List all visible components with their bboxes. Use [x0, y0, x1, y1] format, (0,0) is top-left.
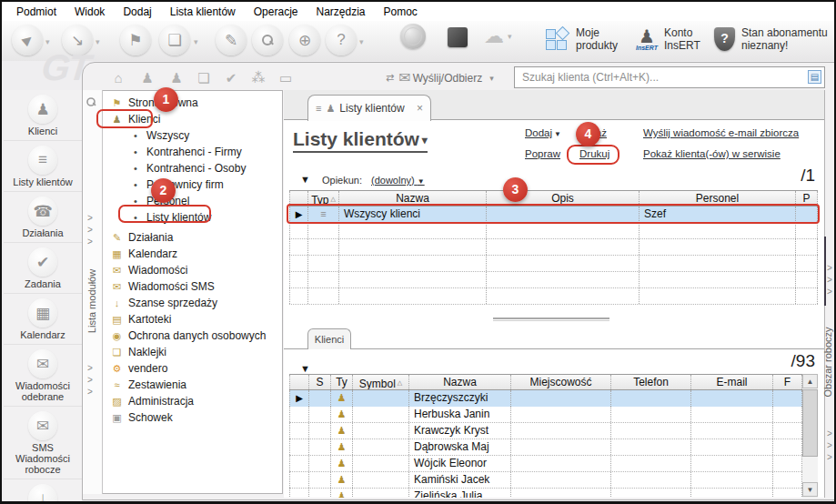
sidebar-item-wiadomosci-odebrane[interactable]: ✉ Wiadomości odebrane — [4, 345, 82, 407]
new-document-dropdown[interactable]: ▾ — [194, 37, 198, 46]
page-title[interactable]: Listy klientów▾ — [293, 128, 428, 153]
popraw-link[interactable]: Popraw — [525, 148, 560, 159]
menu-narzedzia[interactable]: Narzędzia — [307, 4, 374, 20]
menu-lista-klientow[interactable]: Lista klientów — [161, 4, 245, 20]
client-lists-icon: ≡ — [28, 146, 57, 175]
email-zbiorcza-link[interactable]: Wyślij wiadomość e-mail zbiorcza — [643, 127, 799, 138]
tree-item-schowek[interactable]: ▣Schowek — [105, 409, 282, 426]
tree-item-wiadomosci[interactable]: ✉Wiadomości — [105, 262, 282, 278]
new-document-icon[interactable]: ❏ — [159, 25, 190, 55]
tree-item-pracownicy-firm[interactable]: •Pracownicy firm — [105, 176, 282, 193]
sidebar-item-zadania[interactable]: ✔ Zadania — [4, 243, 82, 294]
sidebar-item-kalendarz[interactable]: ▦ Kalendarz — [4, 294, 82, 345]
tree-item-kartoteki[interactable]: ▤Kartoteki — [105, 311, 282, 328]
tree-item-wszyscy[interactable]: •Wszyscy — [105, 127, 282, 144]
scrollbar-thumb[interactable] — [802, 389, 818, 457]
client-search: ▤ — [514, 66, 825, 88]
annotation-box-selected-row — [287, 204, 820, 224]
cloud-dropdown[interactable]: ▾ — [508, 32, 512, 41]
tab-klienci-bottom[interactable]: Klienci — [307, 328, 351, 349]
tree-item-kontrahenci-firmy[interactable]: •Kontrahenci - Firmy — [105, 144, 282, 160]
client-row[interactable]: ♟ Wójcik Eleonor — [289, 456, 802, 472]
sales-opportunities-icon: ↓ — [28, 484, 57, 504]
tree-item-kalendarz[interactable]: ▦Kalendarz — [105, 246, 282, 262]
tree-item-ochrona-danych[interactable]: ◉Ochrona danych osobowych — [105, 328, 282, 344]
cloud-button[interactable]: ☁ ▾ — [484, 26, 512, 46]
tree-search-icon[interactable] — [86, 95, 96, 111]
title-dropdown-icon[interactable]: ▾ — [422, 134, 428, 146]
clients-table-header[interactable]: S Ty Symbol△ Nazwa Miejscowość Telefon E… — [289, 374, 802, 390]
konto-insert-label: Konto InsERT — [664, 26, 705, 52]
cloud-icon: ☁ — [484, 26, 504, 46]
sidebar-item-sms-robocze[interactable]: ✉ SMS Wiadomości robocze — [4, 407, 82, 479]
tree-item-wiadomosci-sms[interactable]: ✉Wiadomości SMS — [105, 278, 282, 295]
module-list-strip-label: Lista modułów — [86, 251, 97, 351]
swap-arrows-icon: ⇄ — [386, 72, 394, 84]
client-row[interactable]: ♟ Herbuska Janin — [289, 407, 802, 423]
tree-item-kontrahenci-osoby[interactable]: •Kontrahenci - Osoby — [105, 160, 282, 176]
tree-item-administracja[interactable]: ▨Administracja — [105, 393, 282, 409]
opiekun-value[interactable]: (dowolny) ▼ — [371, 175, 425, 186]
client-row[interactable]: ▶ ♟ Brzęczyszczyki — [289, 390, 802, 407]
pokaz-w-serwisie-link[interactable]: Pokaż klienta(-ów) w serwisie — [643, 148, 781, 159]
group-icon[interactable]: ⁂ — [248, 68, 268, 88]
task-icon[interactable]: ✔ — [221, 68, 241, 88]
menu-dodaj[interactable]: Dodaj — [114, 4, 160, 20]
select-arrow-icon[interactable]: ► — [12, 25, 43, 55]
go-to-dropdown[interactable]: ▾ — [96, 37, 100, 46]
cube-button[interactable] — [448, 27, 468, 47]
tree-item-szanse-sprzedazy[interactable]: ↓Szanse sprzedaży — [105, 295, 282, 311]
moje-produkty-button[interactable]: Moje produkty — [546, 26, 626, 52]
action-icon[interactable]: ❏ — [194, 68, 214, 88]
menu-podmiot[interactable]: Podmiot — [7, 4, 65, 20]
sidebar-item-klienci[interactable]: ♟ Klienci — [4, 90, 82, 141]
sidebar-item-szanse-sprzedazy[interactable]: ↓ Szanse sprzedaży — [4, 479, 82, 504]
flag-icon[interactable]: ⚑ — [120, 25, 151, 55]
sidebar-item-dzialania[interactable]: ☎ Działania — [4, 192, 82, 243]
client-row[interactable]: ♟ Dąbrowska Maj — [289, 439, 802, 456]
subscription-status-button[interactable]: ? Stan abonamentu nieznany! — [714, 26, 836, 52]
sort-icon: △ — [398, 379, 402, 386]
search-input[interactable] — [514, 66, 825, 88]
bottom-filter-icon[interactable]: ▼ — [300, 363, 310, 374]
phone-icon[interactable]: ▭ — [276, 68, 296, 88]
tree-item-vendero[interactable]: ⚙vendero — [105, 360, 282, 377]
tab-listy-klientow[interactable]: ≡ ♟ Listy klientów × — [307, 95, 431, 121]
opiekun-label: Opiekun: — [322, 175, 362, 186]
globe-button[interactable] — [400, 24, 426, 49]
sidebar-item-listy-klientow[interactable]: ≡ Listy klientów — [4, 141, 82, 192]
tab-close-icon[interactable]: × — [417, 102, 423, 115]
edit-icon[interactable]: ✎ — [216, 25, 247, 55]
tree-item-dzialania[interactable]: ✎Działania — [105, 229, 282, 246]
web-doc-icon[interactable]: ⊕ — [289, 25, 320, 55]
client-list-icon[interactable]: ♟ — [166, 68, 186, 88]
client-row[interactable]: ♟ Zielińska Julia — [289, 489, 802, 498]
search-doc-icon[interactable] — [252, 25, 283, 55]
tree-item-zestawienia[interactable]: ≈Zestawienia — [105, 377, 282, 393]
list-filter-icon[interactable]: ▼ — [300, 174, 310, 185]
client-icon[interactable]: ♟ — [137, 68, 157, 88]
client-type-icon: ♟ — [337, 392, 347, 403]
tree-item-naklejki[interactable]: ❏Naklejki — [105, 344, 282, 360]
workspace-strip-divider — [824, 237, 826, 306]
menu-widok[interactable]: Widok — [65, 4, 114, 20]
help-dropdown[interactable]: ▾ — [359, 37, 364, 46]
panel-splitter[interactable] — [493, 318, 609, 321]
help-bubble-icon[interactable]: ? — [326, 25, 357, 55]
scroll-down-icon[interactable]: ▼ — [802, 482, 818, 497]
scroll-up-icon[interactable]: ▲ — [802, 374, 818, 388]
select-arrow-dropdown[interactable]: ▾ — [45, 37, 50, 46]
activities-node-icon: ✎ — [110, 232, 124, 244]
send-receive-button[interactable]: ⇄ ✉ Wyślij/Odbierz ▾ — [386, 69, 494, 86]
menu-pomoc[interactable]: Pomoc — [375, 4, 427, 20]
client-row[interactable]: ♟ Krawczyk Kryst — [289, 423, 802, 439]
search-list-icon[interactable]: ▤ — [808, 70, 821, 84]
inbox-icon: ✉ — [28, 349, 57, 378]
send-receive-dropdown[interactable]: ▾ — [489, 74, 494, 83]
administration-node-icon: ▨ — [110, 396, 124, 408]
client-row[interactable]: ♟ Kamiński Jacek — [289, 472, 802, 489]
company-icon[interactable]: ⌂ — [108, 68, 128, 88]
konto-insert-button[interactable]: ♟ InsERT Konto InsERT — [636, 26, 705, 52]
dodaj-link[interactable]: Dodaj▼ — [525, 127, 561, 138]
menu-operacje[interactable]: Operacje — [245, 4, 307, 20]
